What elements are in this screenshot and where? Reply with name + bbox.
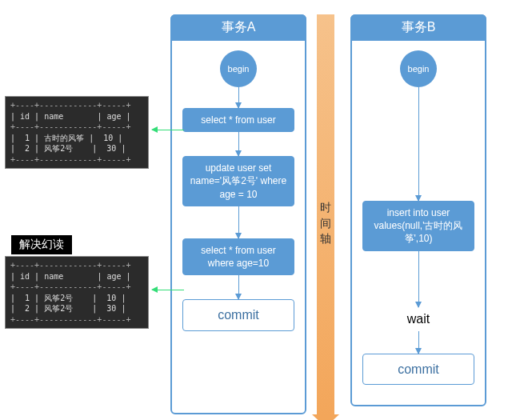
table-row: | 2 | 风筝2号 | 30 |: [10, 303, 143, 314]
table-header-row: | id | name | age |: [10, 111, 143, 122]
col-age: age: [106, 112, 121, 121]
table-border: +----+------------+-----+: [10, 314, 143, 326]
txb-step-insert: insert into user values(null,'古时的风筝',10): [362, 201, 474, 251]
transaction-a-title: 事务A: [170, 14, 306, 41]
transaction-a-column: 事务A begin select * from user update user…: [170, 14, 306, 414]
arrow-down-icon: [238, 132, 239, 156]
cell: 风筝2号: [44, 144, 73, 153]
table-border: +----+------------+-----+: [10, 282, 143, 293]
arrow-down-icon: [418, 251, 419, 307]
cell: 1: [25, 134, 30, 142]
table2-title: 解决幻读: [11, 235, 72, 254]
txa-step-select-all: select * from user: [182, 108, 294, 132]
arrow-left-icon: [152, 130, 184, 130]
txa-step-update: update user set name='风筝2号' where age = …: [182, 156, 294, 206]
table-row: | 1 | 古时的风筝 | 10 |: [10, 133, 143, 144]
table-border: +----+------------+-----+: [10, 260, 143, 271]
arrow-down-icon: [238, 87, 239, 108]
cell: 10: [103, 134, 113, 142]
cell: 30: [106, 304, 116, 313]
cell: 1: [25, 294, 30, 302]
time-axis-label: 时 时间轴: [319, 200, 332, 247]
table-border: +----+------------+-----+: [10, 154, 143, 166]
arrow-down-icon: [418, 87, 419, 201]
result-table-1: +----+------------+-----+ | id | name | …: [5, 96, 149, 169]
cell: 10: [106, 294, 116, 302]
table-border: +----+------------+-----+: [10, 100, 143, 111]
txa-commit-box: commit: [182, 299, 294, 331]
txb-commit-box: commit: [362, 354, 474, 386]
table-border: +----+------------+-----+: [10, 122, 143, 133]
cell: 风筝2号: [44, 304, 73, 313]
cell: 古时的风筝: [44, 134, 84, 142]
arrow-down-icon: [238, 275, 239, 299]
cell: 30: [106, 144, 116, 153]
table-header-row: | id | name | age |: [10, 271, 143, 282]
transaction-b-title: 事务B: [350, 14, 486, 41]
txb-wait-label: wait: [352, 312, 485, 326]
cell: 2: [25, 304, 30, 313]
time-axis-text: 时间轴: [320, 201, 331, 245]
txa-step-select-where: select * from user where age=10: [182, 238, 294, 275]
cell: 2: [25, 144, 30, 153]
txa-begin-node: begin: [220, 50, 257, 87]
table-row: | 1 | 风筝2号 | 10 |: [10, 293, 143, 304]
col-name: name: [44, 272, 63, 281]
arrow-left-icon: [152, 290, 184, 290]
col-id: id: [20, 272, 30, 281]
col-name: name: [44, 112, 63, 121]
arrow-down-icon: [238, 206, 239, 238]
cell: 风筝2号: [44, 294, 73, 302]
transaction-b-column: 事务B begin insert into user values(null,'…: [350, 14, 486, 406]
col-age: age: [106, 272, 121, 281]
arrow-down-icon: [418, 331, 419, 354]
col-id: id: [20, 112, 30, 121]
txb-begin-node: begin: [400, 50, 437, 87]
table-row: | 2 | 风筝2号 | 30 |: [10, 143, 143, 154]
result-table-2: +----+------------+-----+ | id | name | …: [5, 256, 149, 329]
